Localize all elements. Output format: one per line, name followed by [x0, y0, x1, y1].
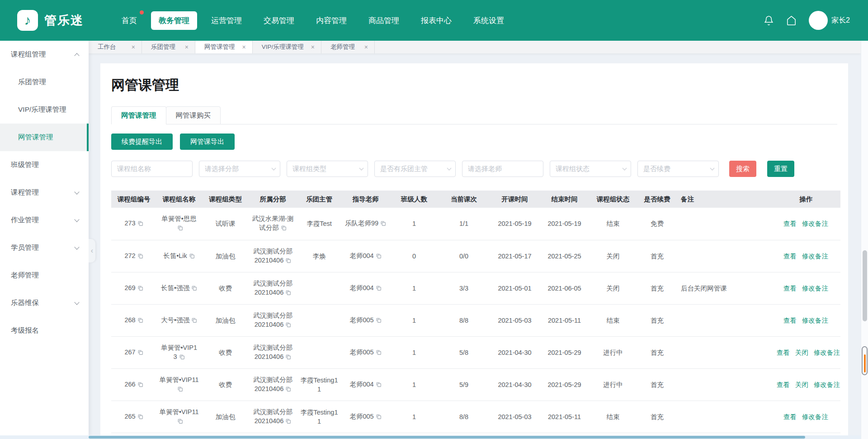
- copy-icon[interactable]: [376, 381, 382, 390]
- close-icon[interactable]: ×: [124, 43, 135, 51]
- copy-icon[interactable]: [285, 385, 291, 394]
- horizontal-scrollbar[interactable]: [0, 435, 861, 439]
- close-icon[interactable]: ×: [235, 43, 246, 51]
- copy-icon[interactable]: [137, 381, 143, 390]
- nav-item-商品管理[interactable]: 商品管理: [361, 11, 407, 30]
- course-group-table: 课程组编号课程组名称课程组类型所属分部乐团主管指导老师班级人数当前课次开课时间结…: [111, 191, 840, 435]
- vertical-scrollbar[interactable]: [861, 41, 868, 439]
- action-close[interactable]: 关闭: [795, 349, 808, 356]
- select-是否续费[interactable]: 是否续费: [637, 161, 719, 177]
- copy-icon[interactable]: [285, 289, 291, 298]
- copy-icon[interactable]: [137, 348, 143, 358]
- user-name[interactable]: 家长2: [831, 16, 850, 25]
- copy-icon[interactable]: [137, 252, 143, 261]
- window-tab-老师管理[interactable]: 老师管理×: [321, 41, 375, 53]
- sidebar-collapse-handle[interactable]: ‹: [89, 239, 95, 262]
- chevron-down-icon: [447, 166, 452, 171]
- copy-icon[interactable]: [285, 257, 291, 266]
- sidebar-item-作业管理[interactable]: 作业管理: [0, 206, 89, 234]
- window-tab-工作台[interactable]: 工作台×: [89, 41, 142, 53]
- action-view[interactable]: 查看: [783, 253, 797, 260]
- copy-icon[interactable]: [376, 413, 382, 422]
- copy-icon[interactable]: [137, 220, 143, 229]
- sidebar-item-老师管理[interactable]: 老师管理: [0, 262, 89, 289]
- copy-icon[interactable]: [376, 252, 382, 261]
- copy-icon[interactable]: [177, 385, 183, 394]
- action-edit-remark[interactable]: 修改备注: [802, 220, 828, 227]
- select-课程组状态[interactable]: 课程组状态: [550, 161, 631, 177]
- nav-item-运营管理[interactable]: 运营管理: [203, 11, 250, 30]
- copy-icon[interactable]: [191, 284, 197, 293]
- sidebar-item-课程组管理[interactable]: 课程组管理: [0, 41, 89, 68]
- tab-网管课管理[interactable]: 网管课管理: [111, 106, 166, 124]
- sidebar-item-乐团管理[interactable]: 乐团管理: [0, 68, 89, 96]
- nav-item-教务管理[interactable]: 教务管理: [151, 11, 197, 30]
- action-view[interactable]: 查看: [783, 317, 797, 324]
- copy-icon[interactable]: [137, 316, 143, 325]
- copy-icon[interactable]: [137, 413, 143, 422]
- copy-icon[interactable]: [189, 252, 195, 261]
- nav-item-首页[interactable]: 首页: [114, 11, 145, 30]
- action-view[interactable]: 查看: [783, 413, 797, 420]
- window-tab-乐团管理[interactable]: 乐团管理×: [142, 41, 195, 53]
- horizontal-scrollbar-thumb[interactable]: [89, 436, 805, 439]
- copy-icon[interactable]: [177, 224, 183, 233]
- sidebar-item-乐器维保[interactable]: 乐器维保: [0, 289, 89, 317]
- copy-icon[interactable]: [285, 417, 291, 426]
- copy-icon[interactable]: [179, 353, 185, 362]
- export-button-续费提醒导出[interactable]: 续费提醒导出: [111, 134, 173, 150]
- input-课程组名称[interactable]: 课程组名称: [111, 161, 193, 177]
- sidebar-item-学员管理[interactable]: 学员管理: [0, 234, 89, 262]
- action-edit-remark[interactable]: 修改备注: [802, 285, 828, 292]
- action-view[interactable]: 查看: [777, 381, 790, 388]
- tab-网管课购买[interactable]: 网管课购买: [166, 106, 221, 124]
- copy-icon[interactable]: [376, 348, 382, 358]
- copy-icon[interactable]: [285, 321, 291, 330]
- action-close[interactable]: 关闭: [795, 381, 808, 388]
- copy-icon[interactable]: [137, 284, 143, 293]
- home-icon[interactable]: [786, 15, 797, 26]
- export-button-网管课导出[interactable]: 网管课导出: [180, 134, 235, 150]
- sidebar-item-班级管理[interactable]: 班级管理: [0, 151, 89, 179]
- action-edit-remark[interactable]: 修改备注: [814, 381, 840, 388]
- copy-icon[interactable]: [285, 353, 291, 362]
- copy-icon[interactable]: [376, 316, 382, 325]
- window-tab-VIP/乐理课管理[interactable]: VIP/乐理课管理×: [253, 41, 321, 53]
- nav-item-交易管理[interactable]: 交易管理: [256, 11, 302, 30]
- action-edit-remark[interactable]: 修改备注: [802, 253, 828, 260]
- action-edit-remark[interactable]: 修改备注: [802, 317, 828, 324]
- copy-icon[interactable]: [376, 284, 382, 293]
- chevron-down-icon: [74, 217, 79, 222]
- select-课程组类型[interactable]: 课程组类型: [287, 161, 368, 177]
- action-edit-remark[interactable]: 修改备注: [814, 349, 840, 356]
- copy-icon[interactable]: [177, 417, 183, 426]
- avatar[interactable]: [809, 11, 828, 30]
- sidebar-item-课程管理[interactable]: 课程管理: [0, 179, 89, 206]
- bell-icon[interactable]: [764, 15, 774, 26]
- nav-item-内容管理[interactable]: 内容管理: [308, 11, 354, 30]
- select-是否有乐团主管[interactable]: 是否有乐团主管: [374, 161, 456, 177]
- window-tab-网管课管理[interactable]: 网管课管理×: [195, 41, 253, 53]
- table-row: 273单簧管•思思试听课武汉水果湖-测试分部李霞Test乐队老师9911/120…: [111, 208, 840, 240]
- sidebar-item-网管课管理[interactable]: 网管课管理: [0, 124, 89, 151]
- copy-icon[interactable]: [380, 220, 386, 229]
- close-icon[interactable]: ×: [178, 43, 189, 51]
- nav-item-系统设置[interactable]: 系统设置: [466, 11, 512, 30]
- action-edit-remark[interactable]: 修改备注: [802, 413, 828, 420]
- select-请选择分部[interactable]: 请选择分部: [199, 161, 280, 177]
- close-icon[interactable]: ×: [357, 43, 368, 51]
- sidebar-item-VIP/乐理课管理[interactable]: VIP/乐理课管理: [0, 96, 89, 124]
- reset-button[interactable]: 重置: [767, 161, 794, 177]
- vertical-scrollbar-thumb[interactable]: [863, 250, 867, 321]
- sidebar-item-考级报名[interactable]: 考级报名: [0, 317, 89, 344]
- action-view[interactable]: 查看: [783, 285, 797, 292]
- copy-icon[interactable]: [281, 224, 287, 233]
- action-view[interactable]: 查看: [783, 220, 797, 227]
- input-请选择老师[interactable]: 请选择老师: [462, 161, 543, 177]
- action-view[interactable]: 查看: [777, 349, 790, 356]
- nav-item-报表中心[interactable]: 报表中心: [413, 11, 459, 30]
- copy-icon[interactable]: [191, 316, 197, 325]
- search-button[interactable]: 搜索: [729, 161, 756, 177]
- close-icon[interactable]: ×: [304, 43, 315, 51]
- cell-text: 3/3: [459, 285, 468, 292]
